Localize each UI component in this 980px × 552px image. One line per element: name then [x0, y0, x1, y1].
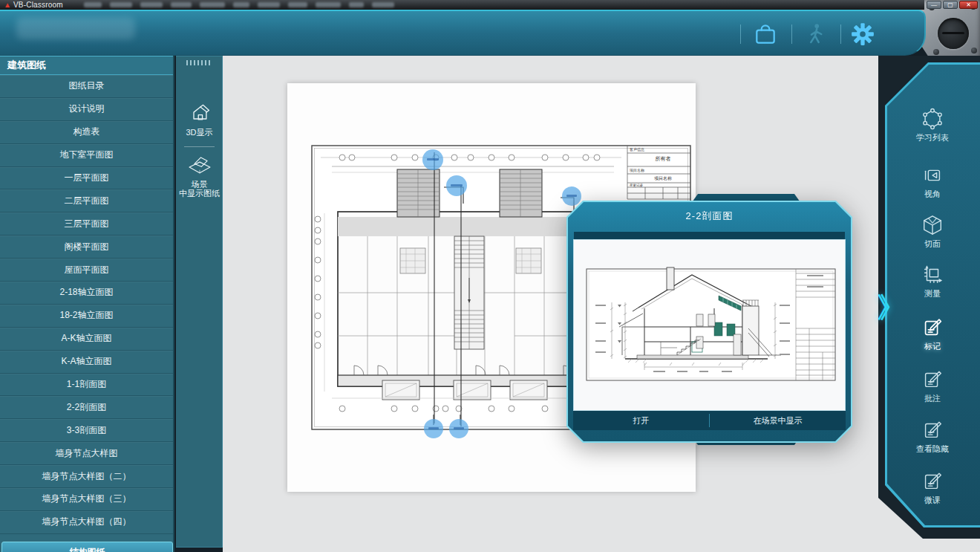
menu-item-blurred[interactable] — [233, 2, 249, 7]
scene-sheet-icon — [187, 153, 212, 177]
sidebar-item-construction-table[interactable]: 构造表 — [0, 121, 173, 144]
sidebar-item-section-1-1[interactable]: 1-1剖面图 — [0, 374, 173, 397]
tool-label: 批注 — [894, 394, 971, 403]
left-sidebar: 建筑图纸 图纸目录 设计说明 构造表 地下室平面图 一层平面图 二层平面图 三层… — [0, 56, 174, 552]
sidebar-item-attic-plan[interactable]: 阁楼平面图 — [0, 236, 173, 259]
close-button[interactable]: ✕ — [959, 1, 978, 9]
sidebar-section-header[interactable]: 建筑图纸 — [0, 56, 173, 75]
tool-label: 查看隐藏 — [894, 444, 971, 454]
menu-item-blurred[interactable] — [84, 2, 102, 7]
sidebar-item-floor3-plan[interactable]: 三层平面图 — [0, 212, 173, 236]
mode-3d-button[interactable]: 3D显示 — [176, 101, 223, 137]
minimize-button[interactable]: — — [927, 1, 941, 9]
sidebar-item-elevation-18-2[interactable]: 18-2轴立面图 — [0, 305, 173, 328]
section-hotspot-marker[interactable] — [424, 419, 443, 438]
annotate-note-icon — [921, 368, 944, 392]
tool-view-hidden[interactable]: 查看隐藏 — [894, 418, 971, 454]
sidebar-item-floor1-plan[interactable]: 一层平面图 — [0, 167, 173, 190]
menu-item-blurred[interactable] — [140, 2, 163, 7]
sidebar-item-elevation-a-k[interactable]: A-K轴立面图 — [0, 328, 173, 351]
top-toolbar — [0, 10, 926, 56]
tool-cut-plane[interactable]: 切面 — [894, 213, 971, 249]
sidebar-item-elevation-2-18[interactable]: 2-18轴立面图 — [0, 282, 173, 305]
sidebar-next-section-bar[interactable]: 结构图纸 ▲ — [1, 542, 173, 552]
screw-icon — [971, 48, 977, 53]
tool-annotate[interactable]: 批注 — [894, 368, 971, 403]
collapse-arrow-icon: ▲ — [156, 545, 162, 552]
maximize-button[interactable]: ▢ — [943, 1, 958, 9]
panel-expand-chevron-icon[interactable]: 》 — [877, 290, 905, 325]
cube-section-icon — [921, 213, 944, 237]
mode-scene-sheet-button[interactable]: 场景 中显示图纸 — [176, 153, 223, 198]
window-controls: — ▢ ✕ — [927, 1, 978, 9]
house-3d-icon — [187, 101, 212, 125]
mode-scene-label-line2: 中显示图纸 — [176, 189, 223, 198]
camera-icon — [921, 163, 944, 187]
sidebar-item-wall-detail[interactable]: 墙身节点大样图 — [0, 442, 173, 465]
sidebar-item-drawing-catalog[interactable]: 图纸目录 — [0, 75, 173, 98]
sidebar-item-wall-detail-4[interactable]: 墙身节点大样图（四） — [0, 511, 173, 534]
sidebar-item-design-notes[interactable]: 设计说明 — [0, 98, 173, 121]
tool-label: 切面 — [894, 239, 971, 249]
screw-icon — [933, 49, 939, 55]
tool-label: 学习列表 — [894, 133, 971, 143]
titleblock-project-value: 项目名称 — [638, 175, 687, 182]
gear-icon — [850, 22, 875, 47]
title-bar: ▲ VB-Classroom — [0, 0, 924, 10]
menu-item-blurred[interactable] — [349, 2, 364, 7]
mode-panel: 3D显示 场景 中显示图纸 — [176, 56, 223, 548]
sidebar-item-elevation-k-a[interactable]: K-A轴立面图 — [0, 351, 173, 374]
sidebar-item-wall-detail-2[interactable]: 墙身节点大样图（二） — [0, 465, 173, 488]
sidebar-item-roof-plan[interactable]: 屋面平面图 — [0, 259, 173, 282]
sidebar-item-section-3-3[interactable]: 3-3剖面图 — [0, 419, 173, 442]
menu-item-blurred[interactable] — [171, 2, 192, 7]
menu-item-blurred[interactable] — [110, 2, 132, 7]
toolbar-blurred-branding — [16, 17, 135, 39]
popup-show-in-scene-button[interactable]: 在场景中显示 — [710, 411, 846, 430]
section-hotspot-marker[interactable] — [422, 149, 443, 170]
popup-open-button[interactable]: 打开 — [573, 411, 709, 430]
sidebar-item-floor2-plan[interactable]: 二层平面图 — [0, 189, 173, 212]
settings-button[interactable] — [850, 22, 875, 47]
micro-lesson-note-icon — [921, 470, 944, 493]
tool-measure[interactable]: 测量 — [894, 263, 971, 299]
tool-label: 测量 — [894, 289, 971, 299]
menu-item-blurred[interactable] — [258, 2, 280, 7]
mark-note-icon — [921, 316, 944, 340]
panel-divider — [184, 146, 215, 147]
menu-item-blurred[interactable] — [316, 2, 341, 7]
menu-bar-redacted — [84, 2, 394, 7]
toolbar-divider — [791, 25, 792, 44]
tool-micro-lesson[interactable]: 微课 — [894, 470, 971, 505]
metal-knob-icon — [938, 18, 969, 49]
toolkit-bag-button[interactable] — [753, 22, 778, 47]
sidebar-item-wall-detail-3[interactable]: 墙身节点大样图（三） — [0, 488, 173, 511]
sidebar-item-section-2-2[interactable]: 2-2剖面图 — [0, 396, 173, 419]
node-network-icon — [921, 107, 944, 131]
tool-label: 视角 — [894, 189, 971, 199]
titleblock-client-label: 客户信息 — [630, 147, 644, 152]
popup-divider-strip — [574, 232, 845, 239]
section-hotspot-marker[interactable] — [446, 175, 467, 196]
popup-preview-area[interactable] — [573, 239, 846, 411]
menu-item-blurred[interactable] — [372, 2, 394, 7]
measure-icon — [921, 263, 944, 287]
app-logo-icon: ▲ — [4, 1, 10, 8]
tool-learn-list[interactable]: 学习列表 — [894, 107, 971, 143]
walk-mode-button[interactable] — [803, 22, 829, 47]
bag-icon — [753, 22, 778, 47]
sidebar-item-basement-plan[interactable]: 地下室平面图 — [0, 144, 173, 167]
panel-grip-icon[interactable] — [186, 60, 212, 65]
menu-item-blurred[interactable] — [288, 2, 307, 7]
section-hotspot-marker[interactable] — [449, 419, 468, 438]
view-hidden-note-icon — [921, 418, 944, 442]
popup-button-bar: 打开 在场景中显示 — [573, 411, 846, 430]
tool-viewpoint[interactable]: 视角 — [894, 163, 971, 199]
sidebar-next-section-label: 结构图纸 — [70, 547, 105, 552]
tool-mark[interactable]: 标记 — [894, 316, 971, 351]
popup-dialog: 2-2剖面图 — [566, 201, 852, 443]
menu-item-blurred[interactable] — [200, 2, 225, 7]
toolbar-divider — [840, 25, 841, 44]
titleblock-revision-label: 变更记录 — [630, 184, 643, 187]
tool-label: 微课 — [894, 496, 971, 505]
